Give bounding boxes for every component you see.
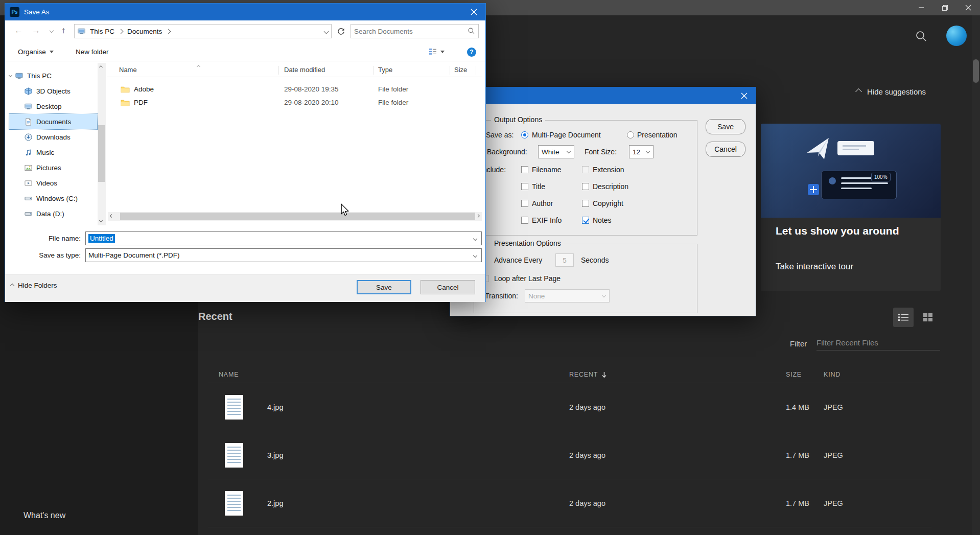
refresh-button[interactable] [335, 26, 347, 38]
breadcrumb-folder[interactable]: Documents [127, 28, 162, 35]
checkbox-author-label[interactable]: Author [532, 199, 553, 207]
chevron-down-icon[interactable] [473, 236, 477, 240]
radio-presentation-label[interactable]: Presentation [637, 131, 678, 139]
search-icon[interactable] [915, 30, 927, 44]
checkbox-exif[interactable] [521, 217, 528, 224]
column-header-size[interactable]: SIZE [786, 371, 802, 378]
expander-icon[interactable] [9, 74, 12, 77]
checkbox-author[interactable] [521, 200, 528, 207]
breadcrumb[interactable]: This PC Documents [74, 24, 332, 38]
column-header-name[interactable]: NAME [219, 371, 239, 378]
tour-card[interactable]: 100% Let us show you around Take interac… [761, 124, 941, 291]
loop-label: Loop after Last Page [494, 274, 561, 283]
checkbox-filename-label[interactable]: Filename [532, 166, 562, 174]
radio-multipage-label[interactable]: Multi-Page Document [532, 131, 601, 139]
column-header-recent[interactable]: RECENT [569, 371, 607, 378]
sidebar-item-videos[interactable]: Videos [9, 175, 97, 191]
checkbox-title-label[interactable]: Title [532, 182, 545, 191]
sidebar-item-desktop[interactable]: Desktop [9, 99, 97, 114]
checkbox-title[interactable] [521, 183, 528, 190]
checkbox-copyright-label[interactable]: Copyright [593, 199, 623, 207]
column-header-kind[interactable]: KIND [824, 371, 841, 378]
sidebar-item-this-pc[interactable]: This PC [9, 68, 97, 83]
up-button[interactable] [61, 24, 66, 37]
scroll-down-icon[interactable] [99, 219, 103, 222]
app-scrollbar-track[interactable] [972, 15, 980, 535]
recent-file-row[interactable]: 3.jpg 2 days ago 1.7 MB JPEG [208, 431, 931, 479]
checkbox-copyright[interactable] [582, 200, 589, 207]
tree-scrollbar-thumb[interactable] [98, 125, 105, 182]
filter-input[interactable] [816, 335, 940, 351]
new-folder-button[interactable]: New folder [76, 42, 109, 61]
column-name[interactable]: Name [119, 66, 137, 74]
minimize-button[interactable] [909, 0, 933, 15]
avatar[interactable] [946, 26, 967, 46]
breadcrumb-root[interactable]: This PC [90, 28, 114, 35]
close-button[interactable] [956, 0, 980, 15]
file-list-row[interactable]: PDF 29-08-2020 20:10 File folder [107, 97, 482, 110]
checkbox-notes[interactable] [582, 217, 589, 224]
scroll-left-icon[interactable] [110, 214, 113, 218]
back-button[interactable] [14, 24, 23, 37]
organise-menu-button[interactable]: Organise [18, 42, 54, 61]
save-button[interactable]: Save [357, 280, 411, 294]
sidebar-item-music[interactable]: Music [9, 145, 97, 160]
sidebar-item-windows-c[interactable]: Windows (C:) [9, 191, 97, 206]
radio-multipage[interactable] [521, 131, 528, 138]
file-list-hscrollbar-thumb[interactable] [120, 213, 475, 220]
hide-folders-button[interactable]: Hide Folders [11, 278, 57, 292]
sidebar-item-3d-objects[interactable]: 3D Objects [9, 83, 97, 99]
file-type: File folder [378, 99, 408, 106]
search-input[interactable] [351, 28, 468, 35]
whats-new-link[interactable]: What's new [24, 511, 65, 520]
column-size[interactable]: Size [454, 66, 467, 74]
cancel-button[interactable]: Cancel [421, 280, 475, 294]
forward-button[interactable] [32, 24, 40, 37]
sidebar-item-downloads[interactable]: Downloads [9, 129, 97, 145]
chevron-right-icon[interactable] [166, 29, 171, 34]
file-name-input[interactable]: Untitled [85, 231, 482, 245]
chevron-down-icon[interactable] [473, 253, 477, 257]
radio-presentation[interactable] [627, 131, 634, 138]
recent-locations-chevron-icon[interactable] [50, 29, 54, 33]
change-view-button[interactable] [429, 42, 445, 61]
checkbox-filename[interactable] [521, 166, 528, 173]
scroll-right-icon[interactable] [476, 214, 480, 218]
checkbox-notes-label[interactable]: Notes [593, 216, 612, 224]
sidebar-item-documents[interactable]: Documents [9, 114, 97, 129]
tree-scrollbar-track[interactable] [98, 63, 106, 225]
pdf-cancel-button[interactable]: Cancel [706, 142, 745, 157]
list-view-button[interactable] [893, 308, 914, 327]
checkbox-description[interactable] [582, 183, 589, 190]
sidebar-item-pictures[interactable]: Pictures [9, 160, 97, 175]
sidebar-item-data-d[interactable]: Data (D:) [9, 206, 97, 221]
column-date-modified[interactable]: Date modified [284, 66, 325, 74]
video-icon [25, 179, 32, 187]
search-box[interactable] [351, 24, 479, 38]
chevron-right-icon[interactable] [119, 29, 124, 34]
grid-view-button[interactable] [918, 308, 938, 327]
help-button[interactable] [467, 48, 476, 57]
app-scrollbar-thumb[interactable] [973, 59, 979, 83]
column-type[interactable]: Type [378, 66, 392, 74]
address-dropdown-chevron-icon[interactable] [324, 29, 329, 34]
save-as-type-select[interactable]: Multi-Page Document (*.PDF) [85, 248, 482, 262]
scroll-up-icon[interactable] [99, 65, 103, 69]
recent-file-row[interactable]: 4.jpg 2 days ago 1.4 MB JPEG [208, 383, 931, 431]
save-as-close-button[interactable] [462, 4, 485, 20]
file-list-hscrollbar-track[interactable] [108, 212, 482, 221]
checkbox-exif-label[interactable]: EXIF Info [532, 216, 562, 224]
folder-tree: This PC 3D Objects Desktop Documents Dow… [9, 68, 97, 221]
pdf-dialog-close-button[interactable] [732, 87, 756, 104]
hide-suggestions-button[interactable]: Hide suggestions [856, 85, 926, 98]
tour-card-cta[interactable]: Take interactive tour [776, 262, 853, 272]
checkbox-description-label[interactable]: Description [593, 182, 628, 191]
save-as-dialog: Ps Save As This PC Documents [5, 3, 486, 302]
recent-file-row[interactable]: 2.jpg 2 days ago 1.7 MB JPEG [208, 479, 931, 527]
checkbox-extension-label: Extension [593, 166, 624, 174]
background-select[interactable]: White [538, 145, 574, 158]
font-size-select[interactable]: 12 [629, 145, 654, 158]
pdf-save-button[interactable]: Save [706, 119, 745, 134]
file-list-row[interactable]: Adobe 29-08-2020 19:35 File folder [107, 83, 482, 97]
restore-button[interactable] [933, 0, 956, 15]
